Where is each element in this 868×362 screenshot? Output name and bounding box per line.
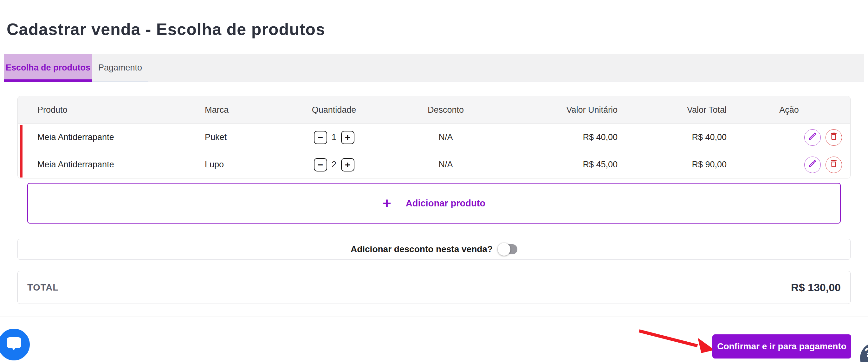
pencil-icon <box>808 132 817 143</box>
tab-label: Pagamento <box>98 63 142 73</box>
column-header-produto: Produto <box>18 96 186 123</box>
card-right-border <box>864 54 864 362</box>
decrease-quantity-button[interactable]: − <box>314 158 327 171</box>
unit-price: R$ 40,00 <box>487 124 620 151</box>
delete-product-button[interactable] <box>826 129 842 146</box>
column-header-acao: Ação <box>728 96 850 123</box>
column-header-valor-total: Valor Total <box>620 96 728 123</box>
card-left-border <box>4 54 4 362</box>
discount-toggle-switch[interactable] <box>498 243 517 256</box>
chat-bubble-icon <box>6 337 22 352</box>
add-product-label: Adicionar produto <box>406 198 485 208</box>
table-header: Produto Marca Quantidade Desconto Valor … <box>18 96 850 123</box>
trash-icon <box>829 132 839 143</box>
discount-toggle-label: Adicionar desconto nesta venda? <box>351 244 493 254</box>
discount-value: N/A <box>405 124 487 151</box>
edit-product-button[interactable] <box>804 157 821 173</box>
tab-escolha-de-produtos[interactable]: Escolha de produtos <box>4 54 92 82</box>
total-value: R$ 130,00 <box>791 281 841 294</box>
pencil-icon <box>808 159 817 170</box>
annotation-arrow <box>635 327 717 354</box>
total-price: R$ 90,00 <box>620 151 728 178</box>
active-tab-indicator <box>4 79 92 82</box>
products-table: Produto Marca Quantidade Desconto Valor … <box>18 96 850 178</box>
column-header-desconto: Desconto <box>405 96 487 123</box>
tab-pagamento[interactable]: Pagamento <box>92 54 148 82</box>
footer-divider <box>0 316 868 317</box>
row-accent-bar <box>20 125 23 177</box>
unit-price: R$ 45,00 <box>487 151 620 178</box>
product-brand: Puket <box>186 124 264 151</box>
delete-product-button[interactable] <box>826 157 842 173</box>
discount-toggle-row: Adicionar desconto nesta venda? <box>18 239 850 260</box>
product-name: Meia Antiderrapante <box>18 124 186 151</box>
help-badge-label: ? <box>864 345 868 360</box>
total-bar: TOTAL R$ 130,00 <box>18 271 850 304</box>
trash-icon <box>829 159 839 170</box>
quantity-value: 2 <box>331 160 338 170</box>
increase-quantity-button[interactable]: + <box>341 158 354 171</box>
product-name: Meia Antiderrapante <box>18 151 186 178</box>
column-header-quantidade: Quantidade <box>264 96 405 123</box>
edit-product-button[interactable] <box>804 129 821 146</box>
decrease-quantity-button[interactable]: − <box>314 131 327 144</box>
table-row: Meia Antiderrapante Lupo − 2 + N/A R$ 45… <box>18 151 850 178</box>
page-title: Cadastrar venda - Escolha de produtos <box>7 20 325 39</box>
product-brand: Lupo <box>186 151 264 178</box>
toggle-knob <box>498 243 510 256</box>
quantity-value: 1 <box>331 132 338 142</box>
increase-quantity-button[interactable]: + <box>341 131 354 144</box>
column-header-valor-unitario: Valor Unitário <box>487 96 620 123</box>
tab-bar: Escolha de produtos Pagamento <box>4 54 864 82</box>
add-product-button[interactable]: + Adicionar produto <box>27 183 841 224</box>
confirm-button[interactable]: Confirmar e ir para pagamento <box>712 334 851 359</box>
tab-label: Escolha de produtos <box>6 63 90 73</box>
total-price: R$ 40,00 <box>620 124 728 151</box>
table-row: Meia Antiderrapante Puket − 1 + N/A R$ 4… <box>18 123 850 151</box>
column-header-marca: Marca <box>186 96 264 123</box>
discount-value: N/A <box>405 151 487 178</box>
quantity-stepper: − 2 + <box>314 158 354 171</box>
total-label: TOTAL <box>27 282 59 293</box>
plus-icon: + <box>383 196 391 211</box>
quantity-stepper: − 1 + <box>314 131 354 144</box>
chat-button[interactable] <box>0 329 30 360</box>
help-badge[interactable]: ? <box>860 342 868 362</box>
